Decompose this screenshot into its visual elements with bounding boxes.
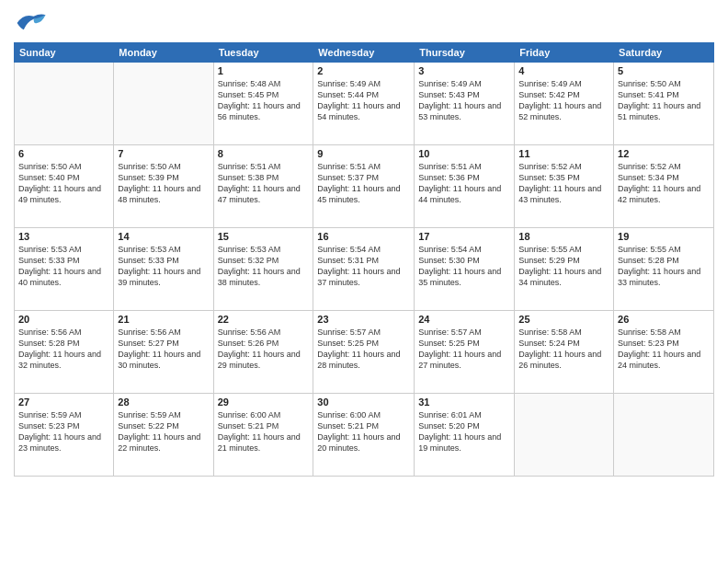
calendar-cell: 6Sunrise: 5:50 AMSunset: 5:40 PMDaylight… bbox=[15, 145, 114, 228]
day-info: Sunrise: 5:51 AMSunset: 5:37 PMDaylight:… bbox=[317, 161, 410, 206]
calendar-cell: 14Sunrise: 5:53 AMSunset: 5:33 PMDayligh… bbox=[114, 228, 213, 311]
sunrise-text: Sunrise: 6:01 AM bbox=[418, 409, 510, 420]
day-number: 9 bbox=[317, 148, 410, 159]
sunset-text: Sunset: 5:21 PM bbox=[218, 420, 310, 431]
sunset-text: Sunset: 5:42 PM bbox=[518, 89, 609, 100]
day-info: Sunrise: 5:58 AMSunset: 5:24 PMDaylight:… bbox=[518, 327, 609, 372]
sunset-text: Sunset: 5:45 PM bbox=[218, 89, 310, 100]
sunrise-text: Sunrise: 5:57 AM bbox=[317, 327, 410, 338]
calendar-cell: 21Sunrise: 5:56 AMSunset: 5:27 PMDayligh… bbox=[114, 311, 213, 394]
day-number: 23 bbox=[317, 314, 410, 325]
calendar-cell: 10Sunrise: 5:51 AMSunset: 5:36 PMDayligh… bbox=[415, 145, 515, 228]
calendar-cell: 23Sunrise: 5:57 AMSunset: 5:25 PMDayligh… bbox=[313, 311, 415, 394]
day-number: 10 bbox=[418, 148, 510, 159]
daylight-text: Daylight: 11 hours and 48 minutes. bbox=[118, 183, 209, 205]
calendar-cell: 11Sunrise: 5:52 AMSunset: 5:35 PMDayligh… bbox=[515, 145, 614, 228]
sunset-text: Sunset: 5:33 PM bbox=[18, 255, 109, 266]
sunset-text: Sunset: 5:28 PM bbox=[618, 255, 710, 266]
calendar-cell: 17Sunrise: 5:54 AMSunset: 5:30 PMDayligh… bbox=[415, 228, 515, 311]
day-info: Sunrise: 5:53 AMSunset: 5:32 PMDaylight:… bbox=[218, 244, 310, 289]
sunrise-text: Sunrise: 5:57 AM bbox=[418, 327, 510, 338]
day-number: 4 bbox=[518, 65, 609, 76]
day-info: Sunrise: 5:49 AMSunset: 5:44 PMDaylight:… bbox=[317, 78, 410, 123]
sunrise-text: Sunrise: 5:58 AM bbox=[518, 327, 609, 338]
daylight-text: Daylight: 11 hours and 40 minutes. bbox=[18, 266, 109, 288]
daylight-text: Daylight: 11 hours and 44 minutes. bbox=[418, 183, 510, 205]
day-number: 5 bbox=[618, 65, 710, 76]
day-number: 8 bbox=[218, 148, 310, 159]
calendar-cell: 29Sunrise: 6:00 AMSunset: 5:21 PMDayligh… bbox=[213, 394, 313, 477]
calendar-cell: 19Sunrise: 5:55 AMSunset: 5:28 PMDayligh… bbox=[614, 228, 714, 311]
day-info: Sunrise: 5:53 AMSunset: 5:33 PMDaylight:… bbox=[18, 244, 109, 289]
day-info: Sunrise: 5:49 AMSunset: 5:42 PMDaylight:… bbox=[518, 78, 609, 123]
day-number: 22 bbox=[218, 314, 310, 325]
sunrise-text: Sunrise: 5:55 AM bbox=[618, 244, 710, 255]
day-info: Sunrise: 5:57 AMSunset: 5:25 PMDaylight:… bbox=[418, 327, 510, 372]
day-info: Sunrise: 5:51 AMSunset: 5:36 PMDaylight:… bbox=[418, 161, 510, 206]
sunrise-text: Sunrise: 5:50 AM bbox=[618, 78, 710, 89]
calendar-week-row: 13Sunrise: 5:53 AMSunset: 5:33 PMDayligh… bbox=[15, 228, 714, 311]
sunset-text: Sunset: 5:41 PM bbox=[618, 89, 710, 100]
sunset-text: Sunset: 5:22 PM bbox=[118, 420, 209, 431]
day-number: 19 bbox=[618, 231, 710, 242]
sunrise-text: Sunrise: 5:51 AM bbox=[218, 161, 310, 172]
daylight-text: Daylight: 11 hours and 47 minutes. bbox=[218, 183, 310, 205]
daylight-text: Daylight: 11 hours and 34 minutes. bbox=[518, 266, 609, 288]
day-info: Sunrise: 5:51 AMSunset: 5:38 PMDaylight:… bbox=[218, 161, 310, 206]
calendar-cell bbox=[114, 63, 213, 145]
calendar-cell: 30Sunrise: 6:00 AMSunset: 5:21 PMDayligh… bbox=[313, 394, 415, 477]
sunrise-text: Sunrise: 5:50 AM bbox=[18, 161, 109, 172]
calendar-cell: 9Sunrise: 5:51 AMSunset: 5:37 PMDaylight… bbox=[313, 145, 415, 228]
day-number: 26 bbox=[618, 314, 710, 325]
sunrise-text: Sunrise: 5:59 AM bbox=[18, 409, 109, 420]
sunrise-text: Sunrise: 5:56 AM bbox=[118, 327, 209, 338]
calendar-cell: 2Sunrise: 5:49 AMSunset: 5:44 PMDaylight… bbox=[313, 63, 415, 145]
calendar-cell: 15Sunrise: 5:53 AMSunset: 5:32 PMDayligh… bbox=[213, 228, 313, 311]
day-info: Sunrise: 5:56 AMSunset: 5:26 PMDaylight:… bbox=[218, 327, 310, 372]
daylight-text: Daylight: 11 hours and 27 minutes. bbox=[418, 349, 510, 371]
calendar-cell: 28Sunrise: 5:59 AMSunset: 5:22 PMDayligh… bbox=[114, 394, 213, 477]
sunrise-text: Sunrise: 5:52 AM bbox=[618, 161, 710, 172]
calendar-week-row: 20Sunrise: 5:56 AMSunset: 5:28 PMDayligh… bbox=[15, 311, 714, 394]
day-number: 21 bbox=[118, 314, 209, 325]
sunset-text: Sunset: 5:30 PM bbox=[418, 255, 510, 266]
daylight-text: Daylight: 11 hours and 23 minutes. bbox=[18, 431, 109, 454]
daylight-text: Daylight: 11 hours and 37 minutes. bbox=[317, 266, 410, 288]
calendar-cell: 25Sunrise: 5:58 AMSunset: 5:24 PMDayligh… bbox=[515, 311, 614, 394]
sunset-text: Sunset: 5:33 PM bbox=[118, 255, 209, 266]
col-monday: Monday bbox=[114, 43, 213, 63]
calendar-cell: 16Sunrise: 5:54 AMSunset: 5:31 PMDayligh… bbox=[313, 228, 415, 311]
sunset-text: Sunset: 5:26 PM bbox=[218, 338, 310, 349]
calendar-week-row: 27Sunrise: 5:59 AMSunset: 5:23 PMDayligh… bbox=[15, 394, 714, 477]
day-number: 6 bbox=[18, 148, 109, 159]
sunrise-text: Sunrise: 5:50 AM bbox=[118, 161, 209, 172]
col-wednesday: Wednesday bbox=[313, 43, 415, 63]
day-number: 31 bbox=[418, 396, 510, 408]
sunset-text: Sunset: 5:38 PM bbox=[218, 172, 310, 183]
sunrise-text: Sunrise: 6:00 AM bbox=[218, 409, 310, 420]
sunrise-text: Sunrise: 6:00 AM bbox=[317, 409, 410, 420]
calendar-table: Sunday Monday Tuesday Wednesday Thursday… bbox=[14, 42, 714, 477]
calendar-header-row: Sunday Monday Tuesday Wednesday Thursday… bbox=[15, 43, 714, 63]
daylight-text: Daylight: 11 hours and 33 minutes. bbox=[618, 266, 710, 288]
day-info: Sunrise: 5:56 AMSunset: 5:27 PMDaylight:… bbox=[118, 327, 209, 372]
calendar-cell: 22Sunrise: 5:56 AMSunset: 5:26 PMDayligh… bbox=[213, 311, 313, 394]
day-number: 1 bbox=[218, 65, 310, 76]
day-number: 14 bbox=[118, 231, 209, 242]
col-thursday: Thursday bbox=[415, 43, 515, 63]
day-info: Sunrise: 5:52 AMSunset: 5:35 PMDaylight:… bbox=[518, 161, 609, 206]
sunrise-text: Sunrise: 5:59 AM bbox=[118, 409, 209, 420]
daylight-text: Daylight: 11 hours and 30 minutes. bbox=[118, 349, 209, 371]
daylight-text: Daylight: 11 hours and 45 minutes. bbox=[317, 183, 410, 205]
sunset-text: Sunset: 5:23 PM bbox=[18, 420, 109, 431]
sunset-text: Sunset: 5:34 PM bbox=[618, 172, 710, 183]
sunset-text: Sunset: 5:27 PM bbox=[118, 338, 209, 349]
sunset-text: Sunset: 5:24 PM bbox=[518, 338, 609, 349]
header bbox=[14, 9, 714, 37]
sunset-text: Sunset: 5:39 PM bbox=[118, 172, 209, 183]
sunset-text: Sunset: 5:40 PM bbox=[18, 172, 109, 183]
daylight-text: Daylight: 11 hours and 28 minutes. bbox=[317, 349, 410, 371]
page: Sunday Monday Tuesday Wednesday Thursday… bbox=[0, 0, 728, 563]
daylight-text: Daylight: 11 hours and 35 minutes. bbox=[418, 266, 510, 288]
day-info: Sunrise: 5:59 AMSunset: 5:22 PMDaylight:… bbox=[118, 409, 209, 454]
